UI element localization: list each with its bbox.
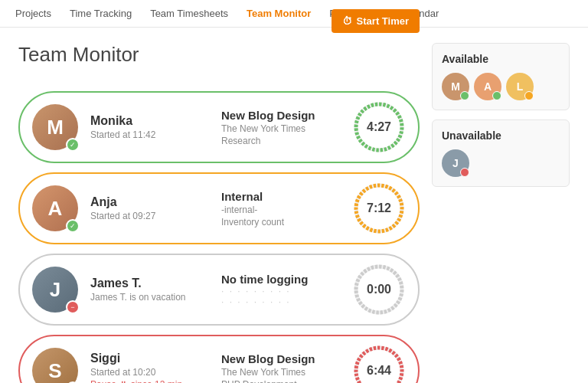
avatar-wrap-james: J − xyxy=(32,267,78,313)
start-timer-button[interactable]: ⏱ Start Timer xyxy=(332,9,420,33)
header-row: Team Monitor ⏱ Start Timer xyxy=(18,43,420,79)
right-panel: Available M A L Unavailable J xyxy=(432,43,570,383)
card-started: Started at 09:27 xyxy=(90,211,221,221)
card-name: James T. xyxy=(90,277,221,290)
timer-text: 0:00 xyxy=(367,283,391,296)
team-card-monika[interactable]: M ✓ Monika Started at 11:42 New Blog Des… xyxy=(18,91,420,163)
team-card-anja[interactable]: A ✓ Anja Started at 09:27 Internal -inte… xyxy=(18,172,420,244)
page-title: Team Monitor xyxy=(18,43,139,67)
unavailable-title: Unavailable xyxy=(442,129,560,142)
project-task: PHP Development xyxy=(221,379,352,384)
project-task: Inventory count xyxy=(221,217,352,228)
card-info-monika: Monika Started at 11:42 xyxy=(90,114,221,140)
card-info-siggi: Siggi Started at 10:20 Pause ⏸ since 12 … xyxy=(90,352,221,383)
status-badge-monika: ✓ xyxy=(66,138,80,152)
card-pause: Pause ⏸ since 12 min. xyxy=(90,379,221,383)
start-timer-label: Start Timer xyxy=(357,15,409,27)
mini-badge xyxy=(492,91,501,100)
status-badge-james: − xyxy=(66,300,80,314)
nav-item-team-monitor[interactable]: Team Monitor xyxy=(247,8,311,19)
nav-item-team-timesheets[interactable]: Team Timesheets xyxy=(150,8,228,19)
available-panel: Available M A L xyxy=(432,43,570,110)
avatar-siggi: S xyxy=(32,348,78,383)
project-task: Research xyxy=(221,136,352,146)
card-name: Anja xyxy=(90,195,221,209)
mini-badge xyxy=(460,91,469,100)
timer-text: 7:12 xyxy=(367,201,391,215)
card-name: Siggi xyxy=(90,352,221,365)
unavailable-badge xyxy=(460,168,469,177)
timer-text: 6:44 xyxy=(367,364,391,378)
nav-item-projects[interactable]: Projects xyxy=(15,8,51,19)
project-task-dots: · · · · · · · · · xyxy=(221,296,352,307)
card-project-monika: New Blog Design The New York Times Resea… xyxy=(221,109,352,146)
card-info-anja: Anja Started at 09:27 xyxy=(90,195,221,221)
card-project-james: No time logging · · · · · · · · · · · · … xyxy=(221,273,352,307)
timer-siggi: 6:44 xyxy=(352,344,406,383)
project-company: -internal- xyxy=(221,205,352,215)
avatar-wrap-siggi: S ✓ xyxy=(32,348,78,383)
card-started: Started at 11:42 xyxy=(90,129,221,140)
team-cards-list: M ✓ Monika Started at 11:42 New Blog Des… xyxy=(18,91,420,383)
timer-anja: 7:12 xyxy=(352,182,406,235)
status-badge-anja: ✓ xyxy=(66,219,80,233)
timer-icon: ⏱ xyxy=(342,15,352,27)
nav-item-time-tracking[interactable]: Time Tracking xyxy=(70,8,132,19)
card-project-siggi: New Blog Design The New York Times PHP D… xyxy=(221,352,352,384)
available-title: Available xyxy=(442,53,560,65)
unavailable-panel: Unavailable J xyxy=(432,119,570,187)
card-project-anja: Internal -internal- Inventory count xyxy=(221,190,352,228)
project-dots: · · · · · · · · · xyxy=(221,286,352,296)
card-started: James T. is on vacation xyxy=(90,292,221,303)
timer-monika: 4:27 xyxy=(352,100,406,154)
available-avatar-1: A xyxy=(474,73,501,100)
card-name: Monika xyxy=(90,114,221,128)
card-info-james: James T. James T. is on vacation xyxy=(90,277,221,303)
left-panel: Team Monitor ⏱ Start Timer M ✓ Monika St… xyxy=(18,43,420,383)
unavailable-avatar-0: J xyxy=(442,149,469,177)
project-title: New Blog Design xyxy=(221,352,352,365)
project-title: Internal xyxy=(221,190,352,203)
top-nav: ProjectsTime TrackingTeam TimesheetsTeam… xyxy=(0,0,588,28)
mini-badge xyxy=(524,91,534,100)
unavailable-avatars: J xyxy=(442,149,560,177)
available-avatar-2: L xyxy=(506,73,534,100)
timer-james: 0:00 xyxy=(352,263,406,316)
project-title: New Blog Design xyxy=(221,109,352,122)
available-avatars: M A L xyxy=(442,73,560,100)
card-started: Started at 10:20 xyxy=(90,367,221,378)
project-company: The New York Times xyxy=(221,367,352,378)
team-card-siggi[interactable]: S ✓ Siggi Started at 10:20 Pause ⏸ since… xyxy=(18,335,420,383)
avatar-wrap-monika: M ✓ xyxy=(32,104,78,150)
team-card-james[interactable]: J − James T. James T. is on vacation No … xyxy=(18,254,420,326)
project-company: The New York Times xyxy=(221,123,352,134)
avatar-wrap-anja: A ✓ xyxy=(32,185,78,231)
project-title: No time logging xyxy=(221,273,352,286)
main-content: Team Monitor ⏱ Start Timer M ✓ Monika St… xyxy=(0,28,588,383)
timer-text: 4:27 xyxy=(367,120,391,134)
available-avatar-0: M xyxy=(442,73,469,100)
